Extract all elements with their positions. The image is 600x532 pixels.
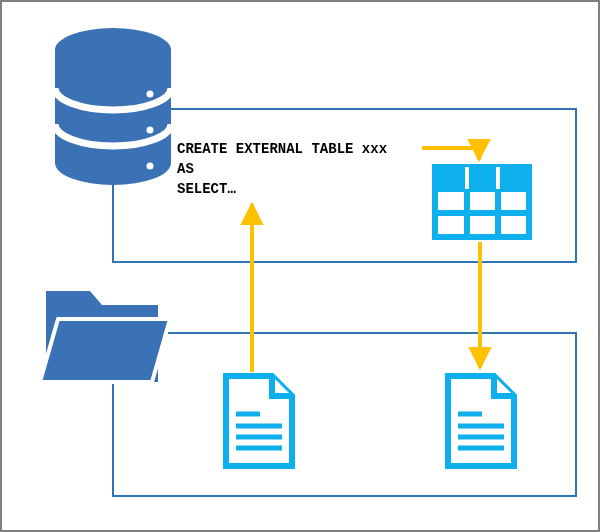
arrows-layer bbox=[2, 2, 600, 532]
diagram-canvas: CREATE EXTERNAL TABLE xxx AS SELECT… bbox=[0, 0, 600, 532]
arrow-to-table bbox=[422, 148, 479, 160]
